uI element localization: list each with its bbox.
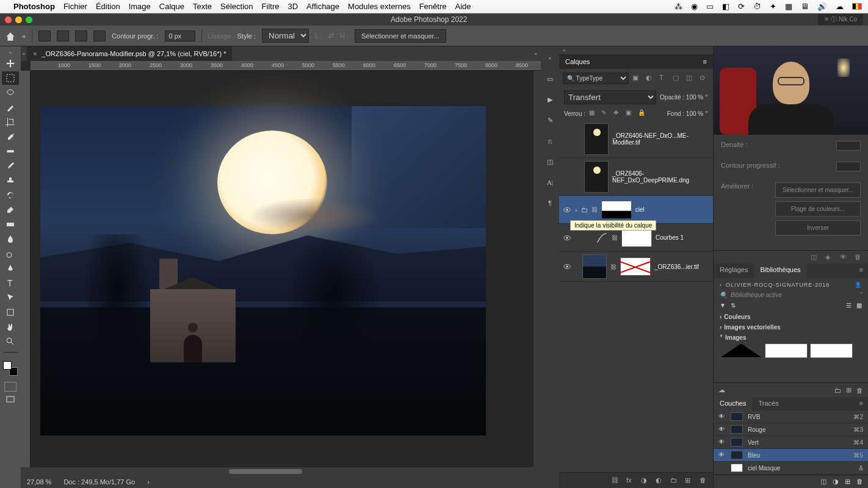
layer-mask-thumbnail[interactable]	[621, 229, 652, 247]
collapse-icon[interactable]: »	[9, 50, 12, 56]
close-window[interactable]	[5, 16, 12, 23]
filter-smart-icon[interactable]: ◫	[686, 74, 696, 84]
gradient-tool[interactable]	[2, 218, 19, 231]
menu-file[interactable]: Fichier	[63, 2, 87, 11]
nik-plugin-badge[interactable]: ✕ ⓘ Nik Co	[818, 14, 863, 25]
invert-button[interactable]: Inverser	[775, 220, 861, 235]
filter-icon[interactable]: ▼	[720, 302, 726, 309]
back-icon[interactable]: ‹	[720, 282, 722, 288]
collapse-icon[interactable]: «	[22, 32, 26, 40]
library-item[interactable]	[810, 343, 853, 358]
screen-mode[interactable]	[2, 393, 19, 406]
menu-filter[interactable]: Filtre	[262, 2, 280, 11]
swap-wh-icon[interactable]: ⇄	[328, 32, 334, 40]
visibility-icon[interactable]: 👁	[718, 439, 726, 446]
zoom-window[interactable]	[26, 16, 32, 23]
layer-thumbnail[interactable]	[584, 161, 609, 193]
selection-subtract[interactable]	[75, 30, 87, 41]
zoom-tool[interactable]	[2, 335, 19, 348]
style-select[interactable]: Normal	[262, 29, 309, 43]
tab-channels[interactable]: Couches	[714, 397, 752, 411]
library-add-icon[interactable]: ⊞	[846, 386, 852, 394]
lock-paint-icon[interactable]: ✎	[601, 109, 610, 118]
actions-panel-icon[interactable]: ▶	[544, 94, 555, 105]
type-tool[interactable]: T	[2, 276, 19, 290]
color-range-button[interactable]: Plage de couleurs...	[775, 201, 861, 217]
wand-tool[interactable]	[2, 101, 19, 114]
filter-kind-select[interactable]: 🔍 TypeType	[563, 73, 629, 84]
delete-channel-icon[interactable]: 🗑	[856, 478, 863, 486]
minimize-window[interactable]	[15, 16, 22, 23]
visibility-icon[interactable]: 👁	[718, 413, 726, 420]
stamp-tool[interactable]	[2, 174, 19, 187]
visibility-toggle[interactable]	[563, 234, 571, 242]
feather-input[interactable]	[836, 162, 861, 171]
dodge-tool[interactable]	[2, 247, 19, 260]
library-item[interactable]	[765, 343, 808, 358]
filter-adjust-icon[interactable]: ◐	[646, 74, 656, 84]
layer-thumbnail[interactable]	[582, 254, 607, 279]
scrollbar-vertical[interactable]	[533, 71, 541, 467]
status-icon[interactable]: ⏱	[753, 2, 761, 11]
zoom-value[interactable]: 27,08 %	[27, 478, 51, 486]
path-select-tool[interactable]	[2, 291, 19, 304]
select-mask-button[interactable]: Sélectionner et masquer...	[775, 182, 861, 198]
visibility-toggle[interactable]	[563, 262, 571, 271]
apply-mask-icon[interactable]: ◈	[825, 253, 834, 262]
layer-row[interactable]: ⛓ _ORZ636...ier.tif	[559, 252, 713, 282]
traffic-lights[interactable]	[5, 16, 32, 23]
brush-tool[interactable]	[2, 159, 19, 173]
scrollbar-horizontal[interactable]	[21, 467, 541, 476]
select-and-mask-button[interactable]: Sélectionner et masquer...	[355, 29, 446, 43]
brush-panel-icon[interactable]: ✎	[544, 115, 555, 126]
ruler-vertical[interactable]	[21, 71, 31, 467]
pen-tool[interactable]	[2, 262, 19, 275]
flag-icon[interactable]	[852, 3, 862, 10]
character-panel-icon[interactable]: A|	[544, 177, 555, 188]
add-adjustment-icon[interactable]: ◐	[656, 476, 664, 485]
selection-new[interactable]	[38, 30, 51, 41]
panel-menu-icon[interactable]: ≡	[855, 397, 868, 411]
close-tab-icon[interactable]: ×	[33, 50, 37, 57]
feather-input[interactable]: 0 px	[165, 30, 195, 41]
menu-text[interactable]: Texte	[193, 2, 212, 11]
delete-mask-icon[interactable]: 🗑	[855, 253, 863, 262]
eraser-tool[interactable]	[2, 203, 19, 217]
panel-menu-icon[interactable]: ≡	[703, 58, 707, 65]
expand-icon[interactable]: ›	[720, 324, 722, 331]
lock-transparent-icon[interactable]: ▦	[589, 109, 598, 118]
visibility-icon[interactable]	[718, 464, 726, 472]
new-channel-icon[interactable]: ⊞	[845, 478, 850, 486]
lock-position-icon[interactable]: ✥	[613, 109, 622, 118]
menu-window[interactable]: Fenêtre	[419, 2, 447, 11]
link-layers-icon[interactable]: ⛓	[612, 476, 620, 485]
filter-text-icon[interactable]: T	[659, 74, 669, 84]
color-swatches[interactable]	[3, 361, 18, 376]
history-panel-icon[interactable]: ▭	[544, 73, 555, 84]
channel-row[interactable]: 👁 Rouge⌘3	[714, 423, 868, 436]
history-brush-tool[interactable]	[2, 188, 19, 202]
panel-menu-icon[interactable]: ≡	[855, 264, 868, 278]
layer-mask-thumbnail[interactable]	[601, 201, 632, 219]
marquee-tool[interactable]	[2, 71, 19, 85]
filter-toggle[interactable]: ⊙	[700, 74, 709, 84]
clone-panel-icon[interactable]: ⎌	[544, 135, 555, 146]
expand-icon[interactable]: »	[544, 52, 555, 63]
paragraph-panel-icon[interactable]: ¶	[544, 198, 555, 209]
toggle-mask-icon[interactable]: 👁	[840, 253, 848, 262]
status-icon[interactable]: ◧	[722, 2, 729, 11]
move-tool[interactable]	[2, 57, 19, 70]
ruler-horizontal[interactable]: 1000 1500 2000 2500 3000 3500 4000 4500 …	[31, 61, 541, 71]
channel-row[interactable]: ciel Masque&	[714, 462, 868, 475]
home-icon[interactable]	[5, 31, 16, 41]
status-icon[interactable]: ✦	[770, 2, 776, 11]
tab-adjustments[interactable]: Réglages	[714, 264, 754, 278]
lasso-tool[interactable]	[2, 86, 19, 99]
status-icon[interactable]: ◉	[691, 2, 698, 11]
library-add-folder-icon[interactable]: 🗀	[834, 387, 841, 394]
add-mask-icon[interactable]: ◑	[641, 476, 649, 485]
menu-plugins[interactable]: Modules externes	[348, 2, 411, 11]
layer-thumbnail[interactable]	[584, 123, 609, 155]
search-icon[interactable]: 🔍	[720, 292, 727, 298]
menu-edit[interactable]: Édition	[96, 2, 120, 11]
